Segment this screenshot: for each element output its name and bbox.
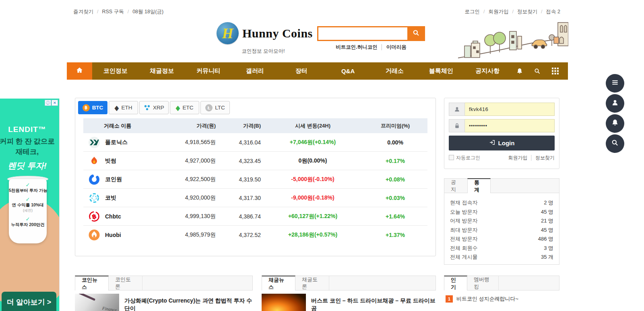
- nav-item-blockchain[interactable]: 블록체인: [418, 62, 464, 80]
- stat-total-posts: 전체 게시물35 개: [450, 253, 553, 262]
- alerts-button[interactable]: [606, 114, 624, 133]
- ad-bullet-2: 연 수익률 10%대: [9, 202, 47, 208]
- coin-news-item[interactable]: Finance 가상화폐(Crypto Currency)는 과연 합법적 투자…: [75, 294, 253, 311]
- popular-item[interactable]: 1 비트코인 성지순례랍니다~: [446, 295, 559, 303]
- table-row-korbit[interactable]: 코빗 4,920,000원 4,317.30 -9,000원(-0.18%) +…: [83, 189, 427, 207]
- nav-item-gallery[interactable]: 갤러리: [232, 62, 279, 80]
- premium: +0.03%: [363, 195, 427, 201]
- col-exchange: 거래소 이름: [83, 122, 152, 130]
- stat-max-visitors: 최대 방문자45 명: [450, 226, 553, 235]
- tab-popular[interactable]: 인기: [444, 276, 467, 290]
- site-title: Hunny Coins: [242, 27, 313, 40]
- change-24h: +7,046원(+0.14%): [262, 139, 363, 146]
- username-field[interactable]: [465, 103, 555, 116]
- tab-etc[interactable]: ◆ ETC: [170, 101, 199, 114]
- change-24h: +60,127원(+1.22%): [262, 213, 363, 220]
- price-krw: 4,985,979원: [152, 231, 218, 239]
- nav-item-exchange[interactable]: 거래소: [371, 62, 418, 80]
- site-logo[interactable]: H Hunny Coins: [217, 22, 313, 44]
- table-row-poloniex[interactable]: 폴로닉스 4,918,565원 4,316.04 +7,046원(+0.14%)…: [83, 133, 427, 152]
- tab-coin-news[interactable]: 코인뉴스: [75, 276, 109, 290]
- tab-xrp[interactable]: XRP: [139, 101, 169, 114]
- ad-cta-button[interactable]: 더 알아보기 >: [2, 292, 56, 311]
- tab-coin-talk[interactable]: 코인토론: [109, 276, 142, 290]
- price-btc: 4,319.50: [218, 176, 262, 183]
- password-field[interactable]: [465, 119, 555, 132]
- ad-info-icon[interactable]: ⓘ: [45, 100, 51, 106]
- tab-stats[interactable]: 통계: [467, 178, 491, 193]
- nav-item-coin-info[interactable]: 코인정보: [92, 62, 139, 80]
- tab-btc[interactable]: ฿ BTC: [78, 101, 107, 114]
- favorites-link[interactable]: 즐겨찾기: [73, 9, 93, 14]
- find-info-link-2[interactable]: 정보찾기: [535, 155, 555, 161]
- ad-headline-2: 재테크,: [0, 147, 59, 157]
- price-btc: 4,386.74: [218, 213, 262, 220]
- nav-search-icon[interactable]: [534, 68, 541, 75]
- bell-icon[interactable]: [516, 68, 523, 75]
- eth-icon: ◆: [115, 104, 119, 112]
- profile-button[interactable]: [606, 94, 624, 113]
- divider: /: [541, 9, 542, 14]
- lock-icon: [449, 119, 465, 132]
- search-float-button[interactable]: [606, 134, 624, 153]
- login-link[interactable]: 로그인: [465, 9, 480, 14]
- exchange-name: Huobi: [105, 232, 121, 238]
- rss-link[interactable]: RSS 구독: [102, 9, 124, 14]
- market-card: ฿ BTC ◆ ETH XRP ◆ ETC Ł LTC: [75, 98, 436, 256]
- keyword-right[interactable]: 이더리움: [386, 44, 407, 50]
- tab-mining-news[interactable]: 채굴뉴스: [262, 276, 295, 290]
- nav-item-market[interactable]: 장터: [278, 62, 325, 80]
- change-24h: -5,000원(-0.10%): [262, 176, 363, 183]
- poloniex-icon: [88, 136, 100, 148]
- search-input[interactable]: [317, 26, 407, 41]
- ad-bullet-3: 누적투자 200만건: [9, 222, 47, 228]
- coin-tabs: ฿ BTC ◆ ETH XRP ◆ ETC Ł LTC: [75, 98, 436, 114]
- col-change: 시세 변동(24H): [262, 122, 363, 130]
- coffee-cup-graphic: ✓ 5천원부터 투자 가능 ✓ 연 수익률 10%대 (세전) ✓ 누적투자 2…: [9, 179, 47, 243]
- ad-headline-1: 커피 한 잔 값으로: [0, 136, 59, 146]
- bithumb-icon: [88, 155, 100, 167]
- signup-link[interactable]: 회원가입: [489, 9, 509, 14]
- menu-button[interactable]: [606, 74, 624, 93]
- nav-item-notice[interactable]: 공지사항: [464, 62, 511, 80]
- ad-banner[interactable]: ⓘ ✕ LENDIT™ 커피 한 잔 값으로 재테크, 렌딧 투자! ✓ 5천원…: [0, 99, 60, 311]
- premium: +1.64%: [363, 213, 427, 220]
- grid-menu-icon[interactable]: [552, 68, 559, 74]
- coin-news-tabs: 코인뉴스 코인토론: [75, 276, 253, 290]
- premium: +1.37%: [363, 232, 427, 238]
- tab-label: ETH: [121, 105, 132, 111]
- korbit-icon: [88, 192, 100, 204]
- table-row-bithumb[interactable]: 빗썸 4,927,000원 4,323.45 0원(0.00%) +0.17%: [83, 152, 427, 170]
- tab-eth[interactable]: ◆ ETH: [109, 101, 138, 114]
- xrp-icon: [144, 104, 151, 111]
- ad-close-icon[interactable]: ✕: [52, 100, 58, 106]
- nav-item-qna[interactable]: Q&A: [325, 62, 372, 80]
- tab-ltc[interactable]: Ł LTC: [200, 101, 230, 114]
- nav-item-community[interactable]: 커뮤니티: [185, 62, 232, 80]
- nav-item-mining-info[interactable]: 채굴정보: [139, 62, 186, 80]
- auto-login-option[interactable]: 자동로그인: [449, 154, 480, 161]
- table-row-huobi[interactable]: Huobi 4,985,979원 4,372.52 +28,186원(+0.57…: [83, 226, 427, 244]
- table-row-chbtc[interactable]: ฿ Chbtc 4,999,130원 4,386.74 +60,127원(+1.…: [83, 207, 427, 226]
- mining-news-item[interactable]: 버스트 코인 – 하드 드라이브채광 – 무료 드라이브 공: [262, 294, 436, 311]
- table-row-coinone[interactable]: 코인원 4,922,500원 4,319.50 -5,000원(-0.10%) …: [83, 170, 427, 189]
- premium: +0.08%: [363, 176, 427, 183]
- tab-member-ranking[interactable]: 멤버랭킹: [467, 276, 499, 290]
- check-icon: ✓: [9, 196, 47, 202]
- exchange-name: 폴로닉스: [105, 139, 128, 146]
- auto-login-checkbox[interactable]: [449, 155, 454, 160]
- login-button[interactable]: Login: [449, 136, 555, 150]
- stat-total-visitors: 전체 방문자486 명: [450, 235, 553, 244]
- keyword-left[interactable]: 비트코인.허니코인: [336, 44, 377, 50]
- signup-link-2[interactable]: 회원가입: [508, 155, 528, 161]
- stat-total-members: 전체 회원수3 명: [450, 244, 553, 253]
- tab-notice[interactable]: 공지: [444, 179, 468, 193]
- premium: +0.17%: [363, 158, 427, 164]
- search-button[interactable]: [407, 26, 425, 41]
- home-button[interactable]: [67, 62, 92, 80]
- exchange-name: Chbtc: [105, 213, 121, 220]
- price-btc: 4,316.04: [218, 139, 262, 146]
- tab-mining-talk[interactable]: 채굴토론: [295, 276, 329, 290]
- price-krw: 4,927,000원: [152, 157, 218, 165]
- find-info-link[interactable]: 정보찾기: [517, 9, 537, 14]
